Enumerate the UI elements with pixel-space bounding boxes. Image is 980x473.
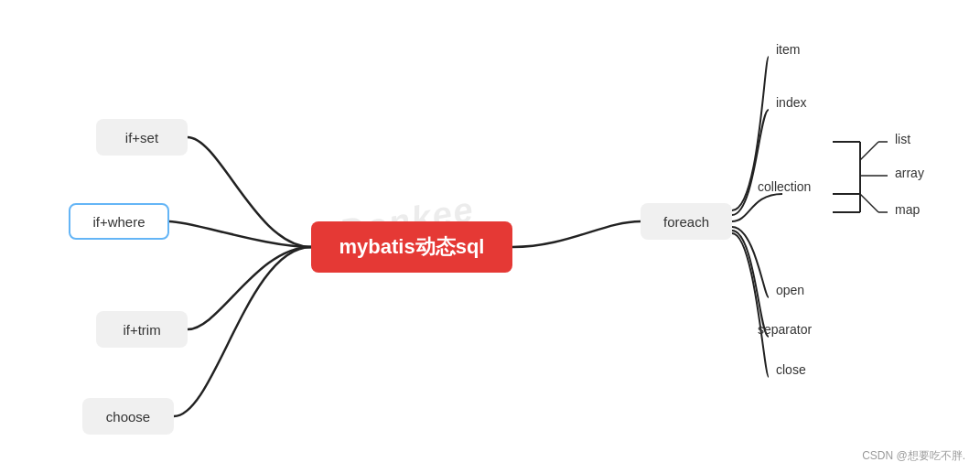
- node-array-label: array: [895, 166, 924, 180]
- node-foreach: foreach: [641, 203, 732, 240]
- node-iftrim: if+trim: [96, 311, 188, 348]
- node-separator: separator: [750, 318, 819, 340]
- node-array: array: [888, 162, 932, 184]
- node-separator-label: separator: [758, 322, 812, 337]
- node-ifwhere: if+where: [69, 203, 169, 240]
- node-ifset-label: if+set: [125, 130, 158, 145]
- node-choose-label: choose: [106, 409, 150, 425]
- node-item: item: [769, 38, 807, 60]
- node-iftrim-label: if+trim: [123, 322, 160, 338]
- node-collection-label: collection: [758, 179, 811, 194]
- node-index: index: [769, 91, 813, 113]
- svg-line-6: [860, 194, 878, 212]
- mind-map-canvas: Donkee: [0, 0, 980, 473]
- node-ifset: if+set: [96, 119, 188, 156]
- node-collection: collection: [750, 176, 818, 198]
- node-ifwhere-label: if+where: [92, 214, 145, 230]
- node-open: open: [769, 279, 812, 301]
- node-list: list: [888, 128, 918, 150]
- node-foreach-label: foreach: [663, 214, 709, 230]
- node-list-label: list: [895, 132, 910, 146]
- node-index-label: index: [776, 95, 806, 110]
- node-map: map: [888, 199, 927, 220]
- node-choose: choose: [82, 398, 174, 435]
- node-open-label: open: [776, 283, 804, 297]
- node-item-label: item: [776, 42, 800, 57]
- credit-text: CSDN @想要吃不胖.: [862, 448, 965, 464]
- center-node: mybatis动态sql: [311, 221, 512, 273]
- node-close-label: close: [776, 362, 806, 377]
- node-close: close: [769, 359, 813, 381]
- node-map-label: map: [895, 202, 920, 217]
- svg-line-4: [860, 142, 878, 160]
